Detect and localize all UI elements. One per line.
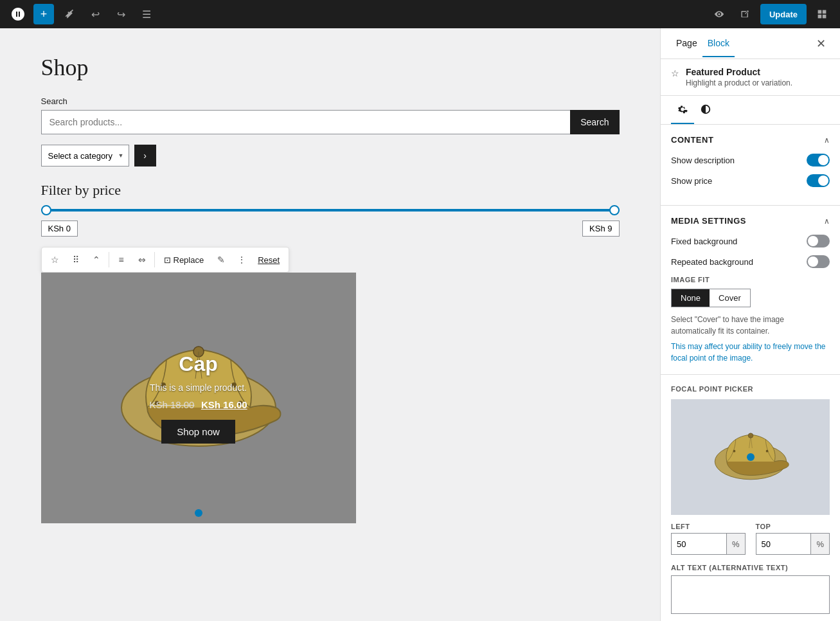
tab-page[interactable]: Page [671, 30, 702, 57]
edit-button[interactable]: ✎ [211, 250, 231, 269]
product-price-row: KSh 18.00 KSh 16.00 [149, 399, 247, 411]
tools-button[interactable] [59, 4, 80, 24]
content-wrapper: Shop Search Search Select a category › F… [41, 54, 620, 523]
fixed-background-label: Fixed background [671, 237, 737, 246]
price-slider-right-thumb[interactable] [609, 205, 620, 215]
block-editor-view-button[interactable] [812, 4, 832, 24]
image-fit-none-button[interactable]: None [672, 289, 710, 307]
left-coord-input-wrap: % [671, 533, 746, 555]
favorite-block-button[interactable]: ☆ [46, 250, 65, 269]
show-description-label: Show description [671, 156, 735, 165]
svg-rect-2 [818, 15, 822, 19]
canvas-area: Shop Search Search Select a category › F… [0, 28, 660, 621]
fixed-background-toggle[interactable] [807, 235, 830, 248]
redo-icon: ↪ [117, 8, 125, 21]
media-settings-title: Media settings [671, 216, 746, 226]
star-icon: ☆ [671, 68, 679, 78]
shop-now-button[interactable]: Shop now [161, 420, 235, 444]
category-go-button[interactable]: › [134, 145, 156, 166]
align-left-icon: ≡ [118, 255, 123, 265]
list-icon: ☰ [142, 8, 151, 21]
drag-handle-button[interactable]: ⠿ [66, 250, 85, 269]
side-panel: Page Block ✕ ☆ Featured Product Highligh… [660, 28, 840, 621]
content-section-header[interactable]: Content ∧ [671, 135, 830, 145]
align-center-icon: ⇔ [138, 255, 146, 265]
product-overlay: Cap This is a simple product. KSh 18.00 … [136, 339, 260, 456]
focal-point-dot [195, 509, 202, 517]
search-button[interactable]: Search [570, 110, 619, 134]
move-up-button[interactable]: ⌃ [87, 250, 106, 269]
panel-header: Page Block ✕ [661, 28, 840, 59]
max-price-badge: KSh 9 [582, 221, 619, 237]
category-select[interactable]: Select a category [41, 145, 129, 166]
content-section: Content ∧ Show description Show price [661, 125, 840, 206]
toggle-knob-price [818, 176, 828, 186]
toolbar-divider-1 [109, 252, 109, 267]
image-fit-buttons: None Cover [671, 289, 751, 307]
media-collapse-icon: ∧ [824, 217, 830, 226]
focal-picker-dot[interactable] [747, 453, 755, 461]
toggle-knob-fixed [808, 236, 818, 246]
toggle-knob [818, 155, 828, 165]
left-coord-label: LEFT [671, 523, 746, 530]
featured-text: Featured Product Highlight a product or … [686, 67, 792, 87]
wp-logo [8, 4, 28, 24]
more-options-button[interactable]: ⋮ [232, 250, 251, 269]
left-coord-input[interactable] [672, 534, 726, 554]
star-icon: ☆ [51, 255, 59, 265]
focal-point-section: FOCAL POINT PICKER [661, 375, 840, 621]
product-name: Cap [149, 352, 247, 376]
search-row: Search [41, 110, 620, 134]
min-price-badge: KSh 0 [41, 221, 78, 237]
panel-close-button[interactable]: ✕ [812, 35, 830, 53]
filter-title: Filter by price [41, 182, 620, 199]
focal-picker-box[interactable] [671, 399, 830, 515]
top-coord-label: TOP [756, 523, 830, 530]
block-toolbar-row: ☆ ⠿ ⌃ ≡ ⇔ [41, 247, 620, 273]
show-description-row: Show description [671, 154, 830, 166]
settings-tabs [661, 96, 840, 125]
show-price-toggle[interactable] [807, 174, 830, 187]
featured-product-info: ☆ Featured Product Highlight a product o… [661, 59, 840, 96]
media-settings-header[interactable]: Media settings ∧ [671, 216, 830, 226]
undo-button[interactable]: ↩ [85, 4, 105, 24]
align-center-button[interactable]: ⇔ [132, 250, 152, 269]
left-coord-unit: % [726, 534, 745, 554]
search-input[interactable] [41, 110, 571, 134]
external-link-button[interactable] [735, 4, 755, 24]
svg-rect-0 [818, 10, 822, 14]
category-select-wrap: Select a category [41, 145, 129, 166]
tab-block[interactable]: Block [702, 30, 735, 57]
price-slider-left-thumb[interactable] [41, 205, 51, 215]
sale-price: KSh 16.00 [201, 399, 247, 410]
top-coord-input[interactable] [756, 534, 811, 554]
alt-text-input[interactable] [671, 575, 830, 614]
left-coord-field: LEFT % [671, 523, 746, 555]
replace-button[interactable]: ⊡ Replace [157, 250, 211, 269]
price-slider-track [41, 209, 620, 212]
featured-product-subtitle: Highlight a product or variation. [686, 78, 792, 87]
list-view-button[interactable]: ☰ [136, 4, 157, 24]
show-description-toggle[interactable] [807, 154, 830, 166]
chevron-up-icon: ⌃ [93, 255, 100, 265]
preview-button[interactable] [709, 4, 729, 24]
focal-point-label: FOCAL POINT PICKER [671, 385, 830, 393]
reset-link[interactable]: Reset [253, 255, 285, 265]
update-button[interactable]: Update [760, 4, 807, 24]
add-block-button[interactable]: + [33, 4, 54, 24]
svg-point-13 [765, 450, 768, 453]
svg-point-12 [733, 450, 735, 453]
tab-settings-style[interactable] [694, 96, 717, 124]
alt-text-label: ALT TEXT (ALTERNATIVE TEXT) [671, 564, 830, 572]
content-section-title: Content [671, 135, 713, 145]
image-fit-cover-button[interactable]: Cover [710, 289, 750, 307]
redo-button[interactable]: ↪ [111, 4, 131, 24]
svg-rect-1 [823, 10, 827, 14]
featured-product-block: Cap This is a simple product. KSh 18.00 … [41, 273, 356, 523]
repeated-background-toggle[interactable] [807, 255, 830, 268]
show-price-row: Show price [671, 174, 830, 187]
tab-settings-gear[interactable] [671, 96, 694, 124]
undo-icon: ↩ [91, 8, 100, 21]
crop-icon: ⊡ [164, 255, 171, 265]
align-left-button[interactable]: ≡ [112, 250, 131, 269]
